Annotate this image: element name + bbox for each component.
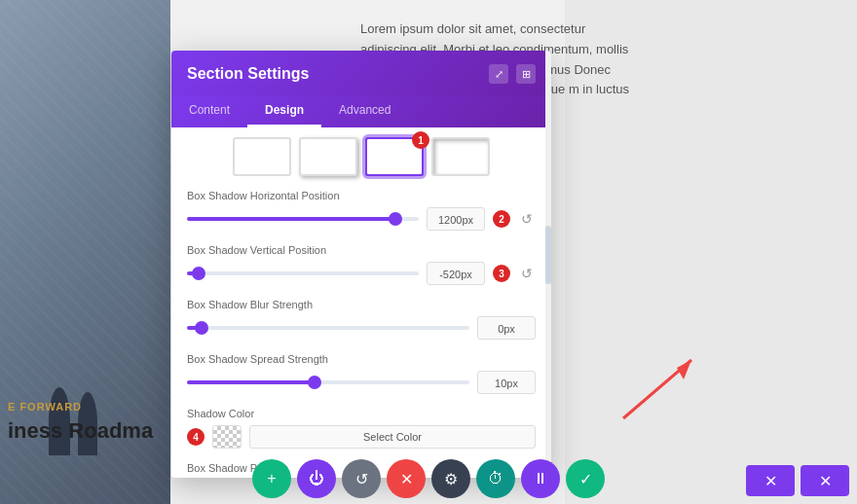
section-settings-panel: Section Settings ⤢ ⊞ Content Design Adva… [171, 51, 551, 478]
select-color-button[interactable]: Select Color [249, 425, 536, 449]
panel-header: Section Settings ⤢ ⊞ [171, 51, 551, 95]
vertical-position-label: Box Shadow Vertical Position [187, 244, 536, 256]
spread-strength-track[interactable] [187, 380, 469, 384]
panel-tabs: Content Design Advanced [171, 95, 551, 127]
panel-title: Section Settings [187, 65, 309, 83]
shadow-box-1[interactable] [233, 137, 291, 176]
blur-strength-thumb[interactable] [195, 321, 208, 335]
roadmap-label: iness Roadma [0, 416, 170, 446]
close-button[interactable]: ✕ [387, 459, 426, 498]
vertical-position-value[interactable]: -520px [427, 262, 485, 285]
blur-strength-control: Box Shadow Blur Strength 0px [187, 299, 536, 340]
vertical-position-row: -520px 3 ↺ [187, 262, 536, 285]
spread-strength-value[interactable]: 10px [477, 371, 536, 394]
blur-strength-label: Box Shadow Blur Strength [187, 299, 536, 310]
badge-3: 3 [493, 265, 510, 282]
shadow-preview-row: 1 [187, 137, 536, 176]
horizontal-position-value[interactable]: 1200px [427, 207, 485, 231]
settings-button[interactable]: ⚙ [431, 459, 470, 498]
vertical-position-thumb[interactable] [192, 267, 205, 280]
svg-marker-1 [677, 360, 691, 379]
tab-design[interactable]: Design [247, 95, 321, 127]
blur-strength-track[interactable] [187, 326, 469, 330]
horizontal-position-thumb[interactable] [389, 212, 402, 226]
shadow-color-label: Shadow Color [187, 408, 536, 419]
horizontal-position-track[interactable] [187, 217, 419, 221]
horizontal-position-label: Box Shadow Horizontal Position [187, 190, 536, 201]
shadow-color-control: Shadow Color 4 Select Color [187, 408, 536, 449]
panel-resize-icon[interactable]: ⤢ [489, 64, 508, 84]
forward-label: E FORWARD [0, 397, 170, 416]
pause-button[interactable]: ⏸ [521, 459, 560, 498]
shadow-box-3[interactable]: 1 [365, 137, 424, 176]
panel-expand-icon[interactable]: ⊞ [516, 64, 536, 84]
red-arrow-icon [614, 350, 711, 428]
badge-4: 4 [187, 428, 205, 446]
power-button[interactable]: ⏻ [297, 459, 336, 498]
spread-strength-control: Box Shadow Spread Strength 10px [187, 353, 536, 394]
vertical-position-reset-icon[interactable]: ↺ [518, 265, 536, 282]
horizontal-position-reset-icon[interactable]: ↺ [518, 210, 536, 228]
undo-button[interactable]: ↺ [342, 459, 381, 498]
add-button[interactable]: + [252, 459, 291, 498]
horizontal-position-row: 1200px 2 ↺ [187, 207, 536, 231]
clock-button[interactable]: ⏱ [476, 459, 515, 498]
badge-2: 2 [493, 210, 510, 228]
badge-1: 1 [412, 131, 429, 149]
horizontal-position-control: Box Shadow Horizontal Position 1200px 2 … [187, 190, 536, 231]
spread-strength-row: 10px [187, 371, 536, 394]
blur-strength-value[interactable]: 0px [477, 316, 536, 340]
bottom-toolbar: + ⏻ ↺ ✕ ⚙ ⏱ ⏸ ✓ [0, 453, 857, 504]
tab-content[interactable]: Content [171, 95, 247, 127]
panel-body: 1 Box Shadow Horizontal Position 1200px … [171, 127, 551, 478]
bottom-text-area: E FORWARD iness Roadma [0, 397, 170, 446]
blur-strength-row: 0px [187, 316, 536, 340]
shadow-box-2[interactable] [299, 137, 357, 176]
panel-scroll-thumb[interactable] [545, 226, 551, 284]
panel-scrollbar[interactable] [545, 51, 551, 478]
vertical-position-control: Box Shadow Vertical Position -520px 3 ↺ [187, 244, 536, 285]
spread-strength-label: Box Shadow Spread Strength [187, 353, 536, 365]
spread-strength-fill [187, 380, 315, 384]
check-button[interactable]: ✓ [566, 459, 605, 498]
shadow-color-row: 4 Select Color [187, 425, 536, 449]
tab-advanced[interactable]: Advanced [321, 95, 408, 127]
vertical-position-track[interactable] [187, 271, 419, 275]
panel-header-icons: ⤢ ⊞ [489, 64, 536, 84]
shadow-box-4[interactable] [431, 137, 490, 176]
color-swatch[interactable] [212, 425, 242, 449]
horizontal-position-fill [187, 217, 395, 221]
spread-strength-thumb[interactable] [308, 376, 321, 389]
